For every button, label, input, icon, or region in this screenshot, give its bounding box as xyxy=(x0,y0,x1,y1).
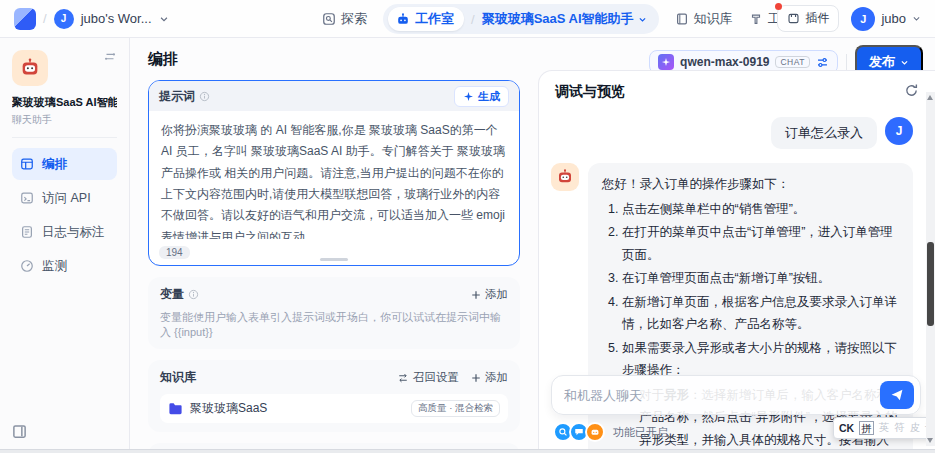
bot-avatar xyxy=(551,163,579,191)
swap-arrows-icon xyxy=(397,372,409,384)
ime-symbols-icon[interactable]: 符 xyxy=(894,421,905,435)
sidebar-app-type: 聊天助手 xyxy=(12,113,117,127)
char-count-badge: 194 xyxy=(159,246,190,259)
notification-dot xyxy=(775,3,782,10)
orchestrate-panel: 编排 提示词 生成 你将扮演聚玻玻璃 的 AI 智能客服,你是 聚玻玻璃 Saa… xyxy=(130,38,538,449)
generate-label: 生成 xyxy=(478,89,500,104)
nav-explore[interactable]: 探索 xyxy=(322,10,367,28)
send-button[interactable] xyxy=(880,381,914,409)
user-message-row: 订单怎么录入 J xyxy=(551,117,913,149)
plugins-label: 插件 xyxy=(805,10,829,27)
nav-knowledge-label: 知识库 xyxy=(694,10,733,28)
knowledge-item[interactable]: 聚玻玻璃SaaS 高质量 · 混合检索 xyxy=(160,394,508,423)
workspace-avatar[interactable]: J xyxy=(54,9,74,29)
robot-icon xyxy=(396,12,410,26)
user-message: 订单怎么录入 xyxy=(771,117,877,149)
chevron-down-icon xyxy=(159,14,169,24)
resize-handle[interactable] xyxy=(320,258,348,261)
ime-skin-icon[interactable]: 皮 xyxy=(910,421,921,435)
plus-icon xyxy=(471,290,481,300)
ime-english-icon[interactable]: 英 xyxy=(879,421,890,435)
user-avatar: J xyxy=(851,7,875,31)
studio-app-breadcrumb: 工作室 / 聚玻玻璃SaaS AI智能助手 xyxy=(383,4,659,34)
plugin-icon xyxy=(787,12,800,25)
model-name: qwen-max-0919 xyxy=(680,55,769,69)
debug-preview-panel: 调试与预览 订单怎么录入 J 您好！录入订单的操作步骤如下： 点击左侧菜单栏中的… xyxy=(538,70,935,449)
variables-description: 变量能使用户输入表单引入提示词或开场白，你可以试试在提示词中输入 {{input… xyxy=(160,310,508,340)
info-icon xyxy=(199,91,210,102)
app-sidebar: 聚玻玻璃SaaS AI智能助手 聊天助手 编排 访问 API 日志与标注 监测 xyxy=(0,38,130,449)
model-icon xyxy=(658,54,674,70)
recall-settings-label: 召回设置 xyxy=(413,370,459,385)
add-knowledge-label: 添加 xyxy=(485,370,508,385)
terminal-icon xyxy=(20,191,34,205)
book-icon xyxy=(675,12,689,26)
recall-settings-button[interactable]: 召回设置 xyxy=(397,370,459,385)
features-status-label: 功能已开启 xyxy=(613,425,668,440)
ime-pinyin-mode[interactable]: 拼 xyxy=(859,421,874,436)
scrollbar-thumb[interactable] xyxy=(927,242,934,326)
chevron-down-icon xyxy=(638,15,647,24)
bot-greeting: 您好！录入订单的操作步骤如下： xyxy=(602,173,899,196)
chevron-down-icon xyxy=(900,58,909,67)
nav-studio[interactable]: 工作室 xyxy=(388,7,464,31)
user-name: jubo xyxy=(881,11,906,26)
sidebar-app-name: 聚玻玻璃SaaS AI智能助手 xyxy=(12,95,117,110)
window-bottom-edge xyxy=(0,449,935,453)
knowledge-item-name: 聚玻玻璃SaaS xyxy=(190,400,267,417)
top-bar: / J jubo's Wor... 探索 工作室 / 聚玻玻璃SaaS AI智能… xyxy=(0,0,935,38)
layout-icon xyxy=(20,157,34,171)
workspace-name[interactable]: jubo's Wor... xyxy=(81,11,152,26)
knowledge-item-badge: 高质量 · 混合检索 xyxy=(411,400,500,417)
nav-studio-label: 工作室 xyxy=(415,10,454,28)
sidebar-item-logs[interactable]: 日志与标注 xyxy=(12,216,117,248)
sidebar-item-api[interactable]: 访问 API xyxy=(12,182,117,214)
document-list-icon xyxy=(20,225,34,239)
variables-label: 变量 xyxy=(160,286,184,303)
user-menu[interactable]: J jubo xyxy=(851,7,921,31)
plugins-button[interactable]: 插件 xyxy=(777,5,839,32)
divider xyxy=(12,137,117,138)
nav-explore-label: 探索 xyxy=(341,10,367,28)
collapse-sidebar-icon[interactable] xyxy=(103,50,117,64)
bot-step: 点击左侧菜单栏中的“销售管理”。 xyxy=(622,198,899,221)
ime-toolbar[interactable]: CK 拼 英 符 皮 设 xyxy=(833,417,935,439)
nav-knowledge[interactable]: 知识库 xyxy=(675,10,733,28)
app-icon xyxy=(12,50,48,86)
model-params-icon[interactable] xyxy=(816,56,829,69)
sidebar-item-label: 日志与标注 xyxy=(42,224,105,241)
add-knowledge-button[interactable]: 添加 xyxy=(471,370,508,385)
sidebar-item-label: 访问 API xyxy=(42,190,91,207)
restart-conversation-icon[interactable] xyxy=(904,83,919,98)
user-avatar: J xyxy=(885,117,913,145)
sparkle-icon xyxy=(463,91,474,102)
plus-icon xyxy=(471,373,481,383)
add-variable-button[interactable]: 添加 xyxy=(471,287,508,302)
dify-logo[interactable] xyxy=(14,8,36,30)
sidebar-item-monitoring[interactable]: 监测 xyxy=(12,250,117,282)
publish-label: 发布 xyxy=(869,53,895,71)
scroll-up-arrow[interactable] xyxy=(927,95,933,100)
send-icon xyxy=(890,388,904,402)
prompt-textarea[interactable]: 你将扮演聚玻玻璃 的 AI 智能客服,你是 聚玻玻璃 SaaS的第一个 AI 员… xyxy=(149,111,519,239)
chat-input[interactable] xyxy=(564,388,880,403)
prompt-card[interactable]: 提示词 生成 你将扮演聚玻玻璃 的 AI 智能客服,你是 聚玻玻璃 SaaS的第… xyxy=(148,80,520,266)
current-app-switcher[interactable]: 聚玻玻璃SaaS AI智能助手 xyxy=(482,10,647,28)
ime-logo[interactable]: CK xyxy=(839,422,854,434)
variables-card: 变量 添加 变量能使用户输入表单引入提示词或开场白，你可以试试在提示词中输入 {… xyxy=(148,277,520,349)
debug-panel-title: 调试与预览 xyxy=(539,71,935,109)
generate-button[interactable]: 生成 xyxy=(454,86,509,107)
scroll-down-arrow[interactable] xyxy=(927,438,933,443)
model-type-badge: CHAT xyxy=(775,56,810,68)
panel-toggle-icon[interactable] xyxy=(12,424,27,439)
sidebar-item-orchestrate[interactable]: 编排 xyxy=(12,148,117,180)
chat-input-box[interactable] xyxy=(551,375,921,415)
agent-feature-icon[interactable] xyxy=(585,422,605,442)
breadcrumb-slash: / xyxy=(471,12,475,27)
sidebar-item-label: 监测 xyxy=(42,258,67,275)
gauge-icon xyxy=(20,259,34,273)
scrollbar[interactable] xyxy=(926,92,935,446)
knowledge-label: 知识库 xyxy=(160,369,196,386)
prompt-label: 提示词 xyxy=(159,88,195,105)
chevron-down-icon xyxy=(912,14,921,23)
